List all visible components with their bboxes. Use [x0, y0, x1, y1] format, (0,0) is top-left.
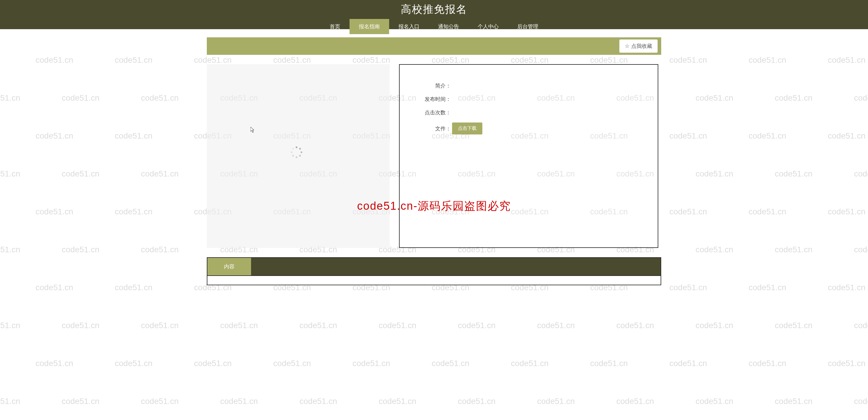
publish-time-label: 发布时间： — [417, 96, 452, 103]
click-count-label: 点击次数： — [417, 109, 452, 116]
file-row: 文件： 点击下载 — [417, 122, 646, 135]
click-count-row: 点击次数： — [417, 109, 646, 116]
nav-signup[interactable]: 报名入口 — [389, 19, 429, 34]
nav-guide[interactable]: 报名指南 — [349, 19, 389, 34]
nav-notice[interactable]: 通知公告 — [429, 19, 468, 34]
download-button[interactable]: 点击下载 — [452, 122, 482, 135]
content-area — [207, 276, 661, 285]
tab-content[interactable]: 内容 — [207, 258, 251, 275]
header: 高校推免报名 首页 报名指南 报名入口 通知公告 个人中心 后台管理 — [0, 0, 868, 29]
favorite-label: 点我收藏 — [631, 43, 652, 50]
nav-personal[interactable]: 个人中心 — [468, 19, 508, 34]
file-label: 文件： — [417, 125, 452, 132]
main-nav: 首页 报名指南 报名入口 通知公告 个人中心 后台管理 — [0, 19, 868, 34]
site-title: 高校推免报名 — [0, 0, 868, 17]
favorite-button[interactable]: ☆ 点我收藏 — [619, 39, 658, 53]
intro-row: 简介： — [417, 82, 646, 89]
detail-pane: 简介： 发布时间： 点击次数： 文件： 点击下载 — [399, 64, 658, 248]
action-bar: ☆ 点我收藏 — [207, 37, 661, 55]
content-tab-bar: 内容 — [207, 257, 661, 276]
nav-home[interactable]: 首页 — [320, 19, 349, 34]
intro-label: 简介： — [417, 82, 452, 89]
nav-admin[interactable]: 后台管理 — [508, 19, 548, 34]
image-preview-pane — [207, 64, 390, 248]
publish-time-row: 发布时间： — [417, 96, 646, 103]
main-content-row: 简介： 发布时间： 点击次数： 文件： 点击下载 — [207, 64, 661, 248]
loading-spinner-icon — [291, 146, 302, 158]
star-icon: ☆ — [625, 43, 629, 49]
